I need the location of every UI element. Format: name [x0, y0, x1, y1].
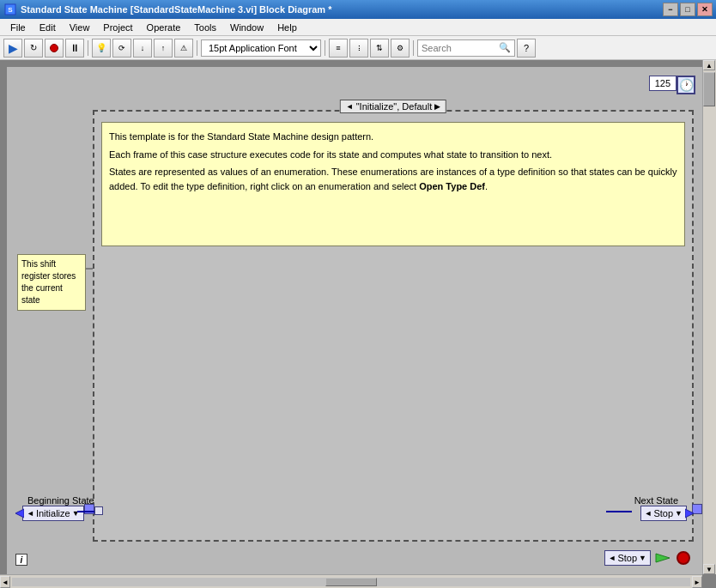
menu-window[interactable]: Window: [223, 21, 270, 34]
menu-operate[interactable]: Operate: [140, 21, 188, 34]
reorder-button[interactable]: ⇅: [370, 39, 389, 58]
bottom-stop-left-arrow: ◄: [609, 554, 616, 562]
left-arrow-terminal: [14, 507, 24, 519]
window-controls: − □ ✕: [663, 3, 713, 16]
pause-button[interactable]: ⏸: [65, 39, 84, 58]
bottom-abort-button[interactable]: [677, 551, 690, 565]
case-left-arrow[interactable]: ◄: [346, 102, 354, 111]
step-out-button[interactable]: ↑: [154, 39, 173, 58]
step-over-button[interactable]: ⟳: [112, 39, 131, 58]
font-selector[interactable]: 15pt Application Font: [201, 39, 321, 57]
svg-text:S: S: [8, 6, 13, 14]
scroll-thumb-h[interactable]: [325, 578, 377, 586]
bottom-stop-selector[interactable]: ◄ Stop ▼: [604, 550, 651, 566]
scroll-track-h: [12, 578, 690, 586]
info-icon[interactable]: i: [15, 554, 27, 566]
highlight-button[interactable]: 💡: [92, 39, 111, 58]
sep3: [325, 40, 325, 56]
svg-marker-6: [685, 509, 694, 518]
right-arrow-terminal: [685, 507, 695, 519]
tooltip-text: This shift register stores the current s…: [21, 259, 76, 305]
menu-bar: File Edit View Project Operate Tools Win…: [0, 19, 716, 36]
case-label: "Initialize", Default: [356, 101, 433, 112]
bottom-toolbar: i: [15, 554, 27, 566]
bottom-stop-value: Stop: [617, 553, 637, 563]
clock-icon: 🕐: [677, 76, 695, 94]
note-line2: Each frame of this case structure execut…: [109, 148, 677, 162]
align-button[interactable]: ≡: [329, 39, 348, 58]
svg-marker-8: [656, 554, 670, 562]
canvas-area: 125 🕐 This shift register stores the cur…: [0, 60, 716, 588]
sep2: [197, 40, 197, 56]
menu-tools[interactable]: Tools: [187, 21, 223, 34]
scroll-up-button[interactable]: ▲: [703, 60, 715, 70]
junction-node: [94, 506, 103, 515]
search-input[interactable]: [422, 43, 499, 53]
menu-help[interactable]: Help: [270, 21, 304, 34]
distribute-button[interactable]: ⫶: [349, 39, 368, 58]
help-button[interactable]: ?: [517, 39, 536, 58]
stop-selector-right[interactable]: ◄ Stop ▼: [640, 506, 687, 521]
scroll-left-button[interactable]: ◄: [0, 576, 10, 588]
case-header[interactable]: ◄ "Initialize", Default ▶: [340, 100, 446, 113]
step-into-button[interactable]: ↓: [133, 39, 152, 58]
menu-file[interactable]: File: [3, 21, 33, 34]
initialize-left-arrow: ◄: [27, 509, 34, 518]
note-line1: This template is for the Standard State …: [109, 130, 677, 144]
app-icon: S: [3, 3, 17, 16]
note-bold: Open Type Def: [419, 181, 485, 191]
search-area: 🔍: [417, 39, 515, 57]
menu-edit[interactable]: Edit: [33, 21, 63, 34]
note-box: This template is for the Standard State …: [101, 122, 685, 246]
menu-project[interactable]: Project: [96, 21, 139, 34]
case-structure[interactable]: ◄ "Initialize", Default ▶ This template …: [93, 110, 694, 542]
number-display: 125: [649, 76, 677, 91]
scroll-right-button[interactable]: ►: [692, 576, 702, 588]
window-title: Standard State Machine [StandardStateMac…: [21, 4, 663, 15]
main-area: 125 🕐 This shift register stores the cur…: [0, 60, 716, 588]
scrollbar-vertical[interactable]: ▲ ▼: [702, 60, 716, 574]
abort-button[interactable]: [45, 39, 64, 58]
title-bar: S Standard State Machine [StandardStateM…: [0, 0, 716, 19]
scrollbar-horizontal[interactable]: ◄ ►: [0, 574, 702, 588]
shift-register-tooltip: This shift register stores the current s…: [17, 254, 86, 311]
stop-right-value: Stop: [653, 508, 673, 518]
svg-marker-7: [15, 509, 24, 518]
note-line3: States are represented as values of an e…: [109, 165, 677, 193]
scroll-down-button[interactable]: ▼: [703, 564, 715, 574]
toolbar: ▶ ↻ ⏸ 💡 ⟳ ↓ ↑ ⚠ 15pt Application Font ≡ …: [0, 36, 716, 60]
search-icon[interactable]: 🔍: [499, 42, 511, 53]
run-button[interactable]: ▶: [3, 39, 22, 58]
stop-wire: [606, 504, 632, 521]
bottom-stop-down-arrow: ▼: [639, 554, 646, 562]
next-state-label: Next State: [634, 495, 678, 506]
diagram-canvas: 125 🕐 This shift register stores the cur…: [7, 67, 702, 574]
sep4: [413, 40, 414, 56]
run-continuously-button[interactable]: ↻: [24, 39, 43, 58]
scroll-thumb-v[interactable]: [703, 72, 715, 106]
bottom-run-arrow[interactable]: [654, 552, 671, 564]
stop-right-down-arrow: ▼: [675, 509, 683, 518]
maximize-button[interactable]: □: [680, 3, 695, 16]
menu-view[interactable]: View: [63, 21, 97, 34]
warning-button[interactable]: ⚠: [174, 39, 193, 58]
stop-right-left-arrow: ◄: [645, 509, 652, 518]
close-button[interactable]: ✕: [697, 3, 713, 16]
initialize-value: Initialize: [36, 508, 70, 518]
sep1: [88, 40, 88, 56]
minimize-button[interactable]: −: [663, 3, 678, 16]
vi-options-button[interactable]: ⚙: [391, 39, 410, 58]
initialize-selector[interactable]: ◄ Initialize ▼: [22, 506, 84, 521]
case-right-arrow[interactable]: ▶: [434, 102, 440, 111]
